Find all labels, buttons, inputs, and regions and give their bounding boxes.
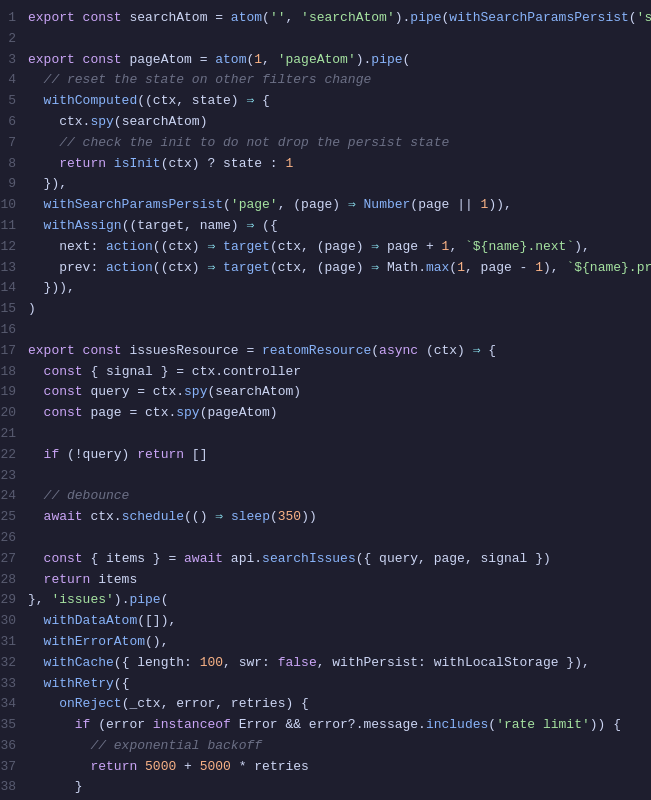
code-content: 1export const searchAtom = atom('', 'sea… [0,8,651,800]
code-line: 22 if (!query) return [] [0,445,643,466]
line-number: 22 [0,445,28,466]
line-code: return 5000 + 5000 * retries [28,757,643,778]
code-line: 26 [0,528,643,549]
code-line: 19 const query = ctx.spy(searchAtom) [0,382,643,403]
code-line: 14 })), [0,278,643,299]
line-number: 11 [0,216,28,237]
code-line: 18 const { signal } = ctx.controller [0,362,643,383]
line-number: 38 [0,777,28,798]
line-number: 8 [0,154,28,175]
line-code: const page = ctx.spy(pageAtom) [28,403,643,424]
code-editor: 1export const searchAtom = atom('', 'sea… [0,0,651,800]
line-number: 36 [0,736,28,757]
line-number: 21 [0,424,28,445]
line-number: 23 [0,466,28,487]
code-line: 16 [0,320,643,341]
line-number: 32 [0,653,28,674]
code-line: 3export const pageAtom = atom(1, 'pageAt… [0,50,643,71]
line-number: 31 [0,632,28,653]
code-line: 24 // debounce [0,486,643,507]
line-number: 35 [0,715,28,736]
line-code: // exponential backoff [28,736,643,757]
line-number: 28 [0,570,28,591]
code-line: 15) [0,299,643,320]
line-number: 24 [0,486,28,507]
code-line: 38 } [0,777,643,798]
line-code: prev: action((ctx) ⇒ target(ctx, (page) … [28,258,651,279]
line-code: }), [28,174,643,195]
code-line: 12 next: action((ctx) ⇒ target(ctx, (pag… [0,237,643,258]
code-line: 27 const { items } = await api.searchIss… [0,549,643,570]
line-code: onReject(_ctx, error, retries) { [28,694,643,715]
line-code [28,424,643,445]
code-line: 7 // check the init to do not drop the p… [0,133,643,154]
line-code: withAssign((target, name) ⇒ ({ [28,216,643,237]
code-line: 5 withComputed((ctx, state) ⇒ { [0,91,643,112]
line-number: 27 [0,549,28,570]
line-number: 4 [0,70,28,91]
line-number: 10 [0,195,28,216]
line-number: 15 [0,299,28,320]
code-line: 29}, 'issues').pipe( [0,590,643,611]
line-code: }, 'issues').pipe( [28,590,643,611]
code-line: 23 [0,466,643,487]
line-code: export const searchAtom = atom('', 'sear… [28,8,651,29]
line-code: })), [28,278,643,299]
line-code: export const pageAtom = atom(1, 'pageAto… [28,50,643,71]
line-number: 29 [0,590,28,611]
line-code: // reset the state on other filters chan… [28,70,643,91]
line-number: 3 [0,50,28,71]
line-code: const { items } = await api.searchIssues… [28,549,643,570]
line-number: 7 [0,133,28,154]
line-number: 30 [0,611,28,632]
code-line: 30 withDataAtom([]), [0,611,643,632]
line-number: 1 [0,8,28,29]
line-code: const query = ctx.spy(searchAtom) [28,382,643,403]
line-number: 26 [0,528,28,549]
line-number: 33 [0,674,28,695]
line-code: if (error instanceof Error && error?.mes… [28,715,643,736]
line-number: 34 [0,694,28,715]
line-code [28,29,643,50]
line-code: ) [28,299,643,320]
line-number: 14 [0,278,28,299]
line-code: if (!query) return [] [28,445,643,466]
line-number: 37 [0,757,28,778]
line-code: withErrorAtom(), [28,632,643,653]
line-code [28,466,643,487]
code-line: 9 }), [0,174,643,195]
code-line: 37 return 5000 + 5000 * retries [0,757,643,778]
line-number: 6 [0,112,28,133]
line-code: withSearchParamsPersist('page', (page) ⇒… [28,195,643,216]
code-line: 36 // exponential backoff [0,736,643,757]
code-line: 4 // reset the state on other filters ch… [0,70,643,91]
line-code: // debounce [28,486,643,507]
line-number: 13 [0,258,28,279]
line-code: return isInit(ctx) ? state : 1 [28,154,643,175]
code-line: 20 const page = ctx.spy(pageAtom) [0,403,643,424]
line-number: 9 [0,174,28,195]
code-line: 32 withCache({ length: 100, swr: false, … [0,653,643,674]
line-code: ctx.spy(searchAtom) [28,112,643,133]
line-number: 12 [0,237,28,258]
line-code: return items [28,570,643,591]
line-number: 19 [0,382,28,403]
line-number: 20 [0,403,28,424]
code-line: 34 onReject(_ctx, error, retries) { [0,694,643,715]
code-line: 25 await ctx.schedule(() ⇒ sleep(350)) [0,507,643,528]
line-code: const { signal } = ctx.controller [28,362,643,383]
code-line: 6 ctx.spy(searchAtom) [0,112,643,133]
code-line: 21 [0,424,643,445]
line-code [28,528,643,549]
code-line: 33 withRetry({ [0,674,643,695]
line-code: export const issuesResource = reatomReso… [28,341,643,362]
code-line: 35 if (error instanceof Error && error?.… [0,715,643,736]
line-code: withDataAtom([]), [28,611,643,632]
code-line: 31 withErrorAtom(), [0,632,643,653]
line-code: withCache({ length: 100, swr: false, wit… [28,653,643,674]
code-line: 1export const searchAtom = atom('', 'sea… [0,8,643,29]
line-code: next: action((ctx) ⇒ target(ctx, (page) … [28,237,643,258]
line-code: await ctx.schedule(() ⇒ sleep(350)) [28,507,643,528]
line-number: 2 [0,29,28,50]
code-line: 11 withAssign((target, name) ⇒ ({ [0,216,643,237]
